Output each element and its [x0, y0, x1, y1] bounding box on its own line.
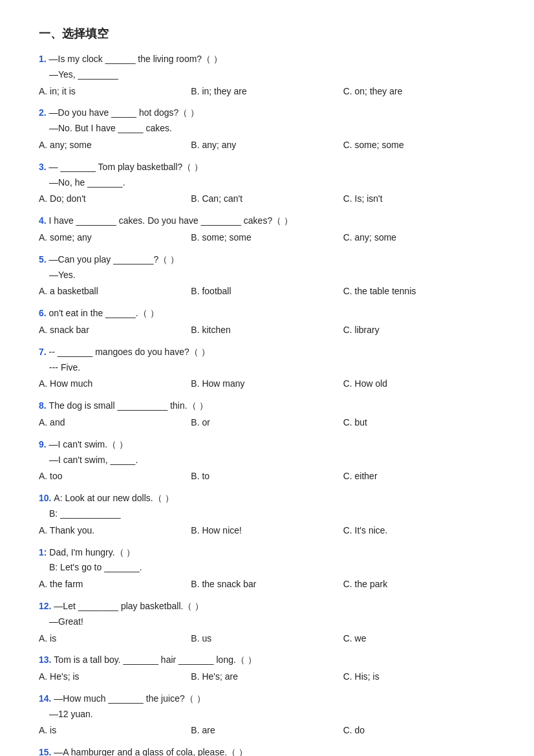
option-item[interactable]: C. the table tennis	[343, 284, 495, 299]
question-continuation: —Yes.	[49, 268, 495, 283]
options-row: A. a basketballB. footballC. the table t…	[39, 284, 495, 299]
question-block: 7. -- _______ mangoes do you have?（ ）---…	[39, 345, 495, 392]
option-item[interactable]: A. How much	[39, 376, 191, 392]
question-line: 14. —How much _______ the juice?（ ）	[39, 691, 495, 707]
option-item[interactable]: B. the snack bar	[191, 577, 343, 592]
question-number: 15.	[39, 747, 54, 756]
question-number: 2.	[39, 107, 49, 118]
option-item[interactable]: A. some; any	[39, 230, 191, 246]
question-continuation: —Great!	[49, 614, 495, 630]
option-item[interactable]: C. His; is	[343, 669, 495, 685]
options-row: A. andB. orC. but	[39, 415, 495, 431]
option-item[interactable]: A. too	[39, 469, 191, 484]
option-item[interactable]: A. is	[39, 631, 191, 647]
question-block: 4. I have ________ cakes. Do you have __…	[39, 213, 495, 246]
options-row: A. isB. areC. do	[39, 723, 495, 739]
options-row: A. isB. usC. we	[39, 631, 495, 647]
option-item[interactable]: B. are	[191, 723, 343, 739]
question-number: 6.	[39, 308, 49, 318]
option-item[interactable]: B. How many	[191, 376, 343, 392]
option-item[interactable]: B. us	[191, 631, 343, 647]
question-line: 13. Tom is a tall boy. _______ hair ____…	[39, 653, 495, 668]
options-row: A. How muchB. How manyC. How old	[39, 376, 495, 392]
option-item[interactable]: A. Do; don't	[39, 191, 191, 207]
question-block: 6. on't eat in the ______.（ ）A. snack ba…	[39, 306, 495, 338]
option-item[interactable]: C. It's nice.	[343, 523, 495, 539]
option-item[interactable]: C. any; some	[343, 230, 495, 246]
question-text: — _______ Tom play basketball?（ ）	[49, 162, 204, 172]
option-item[interactable]: A. the farm	[39, 577, 191, 592]
question-line: 1. —Is my clock ______ the living room?（…	[39, 52, 495, 67]
question-number: 1:	[39, 547, 49, 557]
option-item[interactable]: C. do	[343, 723, 495, 739]
question-block: 9. —I can't swim.（ ）—I can't swim, _____…	[39, 437, 495, 484]
option-item[interactable]: C. How old	[343, 376, 495, 392]
question-text: —I can't swim.（ ）	[49, 439, 128, 449]
question-line: 9. —I can't swim.（ ）	[39, 437, 495, 453]
option-item[interactable]: C. but	[343, 415, 495, 431]
option-item[interactable]: A. snack bar	[39, 323, 191, 338]
options-row: A. He's; isB. He's; areC. His; is	[39, 669, 495, 685]
option-item[interactable]: B. How nice!	[191, 523, 343, 539]
question-block: 8. The dog is small __________ thin.（ ）A…	[39, 398, 495, 431]
option-item[interactable]: B. football	[191, 284, 343, 299]
option-item[interactable]: A. a basketball	[39, 284, 191, 299]
question-continuation: —12 yuan.	[49, 707, 495, 722]
question-continuation: --- Five.	[49, 360, 495, 376]
option-item[interactable]: C. some; some	[343, 138, 495, 153]
option-item[interactable]: C. we	[343, 631, 495, 647]
question-text: The dog is small __________ thin.（ ）	[49, 400, 208, 411]
option-item[interactable]: A. in; it is	[39, 84, 191, 100]
question-continuation: —I can't swim, _____.	[49, 453, 495, 468]
options-row: A. Thank you.B. How nice!C. It's nice.	[39, 523, 495, 539]
option-item[interactable]: B. in; they are	[191, 84, 343, 100]
option-item[interactable]: A. and	[39, 415, 191, 431]
option-item[interactable]: C. the park	[343, 577, 495, 592]
question-continuation: B: ____________	[49, 506, 495, 522]
options-row: A. the farmB. the snack barC. the park	[39, 577, 495, 592]
option-item[interactable]: B. He's; are	[191, 669, 343, 685]
question-number: 5.	[39, 254, 49, 265]
question-text: —Let ________ play basketball.（ ）	[54, 601, 204, 611]
question-line: 10. A: Look at our new dolls.（ ）	[39, 491, 495, 506]
options-row: A. tooB. toC. either	[39, 469, 495, 484]
question-text: —Is my clock ______ the living room?（ ）	[49, 54, 222, 64]
option-item[interactable]: C. Is; isn't	[343, 191, 495, 207]
options-row: A. Do; don'tB. Can; can'tC. Is; isn't	[39, 191, 495, 207]
options-row: A. in; it isB. in; they areC. on; they a…	[39, 84, 495, 100]
option-item[interactable]: B. or	[191, 415, 343, 431]
question-number: 14.	[39, 693, 54, 704]
option-item[interactable]: C. either	[343, 469, 495, 484]
question-line: 1: Dad, I'm hungry.（ ）	[39, 545, 495, 561]
option-item[interactable]: B. Can; can't	[191, 191, 343, 207]
options-row: A. any; someB. any; anyC. some; some	[39, 138, 495, 153]
question-text: —Do you have _____ hot dogs?（ ）	[49, 107, 200, 118]
option-item[interactable]: C. on; they are	[343, 84, 495, 100]
option-item[interactable]: B. kitchen	[191, 323, 343, 338]
question-text: —A hamburger and a glass of cola, please…	[54, 747, 248, 756]
question-block: 2. —Do you have _____ hot dogs?（ ）—No. B…	[39, 105, 495, 153]
question-line: 12. —Let ________ play basketball.（ ）	[39, 599, 495, 614]
question-block: 10. A: Look at our new dolls.（ ）B: _____…	[39, 491, 495, 538]
question-text: Tom is a tall boy. _______ hair _______ …	[54, 654, 256, 665]
option-item[interactable]: A. Thank you.	[39, 523, 191, 539]
option-item[interactable]: C. library	[343, 323, 495, 338]
question-continuation: —Yes, ________	[49, 67, 495, 83]
question-continuation: —No, he _______.	[49, 175, 495, 191]
option-item[interactable]: B. to	[191, 469, 343, 484]
question-line: 3. — _______ Tom play basketball?（ ）	[39, 160, 495, 175]
option-item[interactable]: A. any; some	[39, 138, 191, 153]
option-item[interactable]: A. He's; is	[39, 669, 191, 685]
question-line: 2. —Do you have _____ hot dogs?（ ）	[39, 105, 495, 121]
question-text: on't eat in the ______.（ ）	[49, 308, 159, 318]
question-block: 1. —Is my clock ______ the living room?（…	[39, 52, 495, 99]
question-text: —Can you play ________?（ ）	[49, 254, 180, 265]
question-number: 12.	[39, 601, 54, 611]
question-line: 15. —A hamburger and a glass of cola, pl…	[39, 745, 495, 756]
question-number: 4.	[39, 215, 49, 226]
option-item[interactable]: B. some; some	[191, 230, 343, 246]
question-line: 6. on't eat in the ______.（ ）	[39, 306, 495, 321]
question-number: 8.	[39, 400, 49, 411]
option-item[interactable]: A. is	[39, 723, 191, 739]
option-item[interactable]: B. any; any	[191, 138, 343, 153]
